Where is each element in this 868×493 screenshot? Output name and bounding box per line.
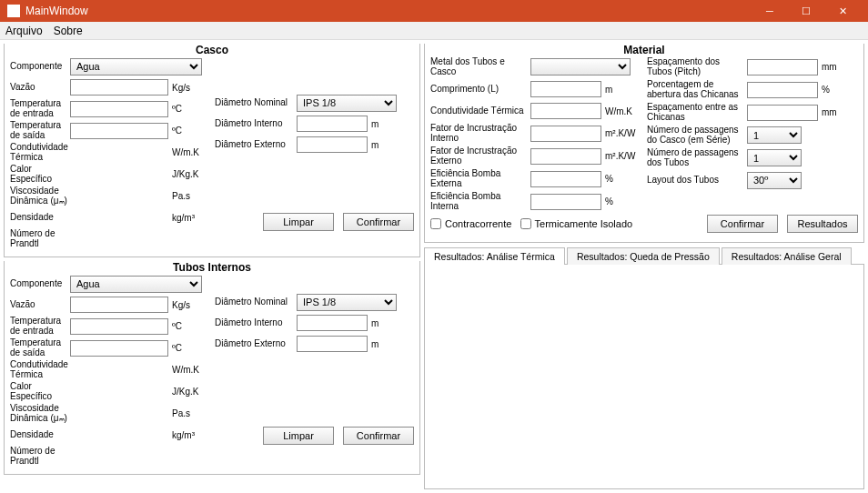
casco-limpar-button[interactable]: Limpar	[263, 213, 334, 231]
casco-componente-select[interactable]: Agua	[70, 58, 202, 75]
mat-finc-int-label: Fator de Incrustração Interno	[430, 124, 530, 143]
mat-chic-label: Espaçamento entre as Chicanas	[647, 103, 747, 122]
tubos-confirmar-button[interactable]: Confirmar	[343, 427, 414, 445]
tubos-visc-output	[70, 406, 168, 422]
mat-finc-ext-label: Fator de Incrustração Externo	[430, 146, 530, 166]
mat-abert-input[interactable]	[747, 82, 818, 98]
mat-term-checkbox[interactable]: Termicamente Isolado	[520, 218, 633, 229]
minimize-button[interactable]: ─	[752, 0, 788, 22]
tubos-dens-unit: kg/m³	[172, 430, 208, 440]
casco-dint-input[interactable]	[297, 116, 368, 132]
mat-metal-label: Metal dos Tubos e Casco	[430, 57, 530, 76]
tubos-vazao-input[interactable]	[70, 297, 168, 313]
app-icon	[7, 5, 20, 17]
mat-efi-int-input[interactable]	[530, 194, 601, 210]
casco-dens-output	[70, 209, 168, 226]
close-button[interactable]: ✕	[824, 0, 861, 22]
casco-dext-label: Diâmetro Externo	[215, 140, 297, 150]
mat-mm2: mm	[822, 107, 858, 117]
casco-temp-out-label: Temperatura de saída	[10, 121, 70, 140]
casco-dint-unit: m	[371, 119, 408, 129]
mat-finc-unit2: m².K/W	[605, 151, 641, 161]
tubos-dint-input[interactable]	[297, 315, 368, 331]
casco-vazao-input[interactable]	[70, 79, 168, 96]
tubos-temp-out-input[interactable]	[70, 340, 168, 357]
mat-cond-input[interactable]	[530, 103, 601, 119]
mat-cond-label: Condutividade Térmica	[430, 106, 530, 116]
tubos-title: Tubos Internos	[5, 261, 419, 274]
mat-comp-label: Comprimento (L)	[430, 85, 530, 95]
mat-pass-casco-select[interactable]: 1	[747, 126, 802, 144]
tubos-dens-label: Densidade	[10, 430, 70, 440]
mat-finc-ext-input[interactable]	[530, 148, 601, 165]
tab-queda-pressao[interactable]: Resultados: Queda de Pressão	[567, 247, 720, 265]
casco-vazao-unit: Kg/s	[172, 83, 208, 93]
menu-sobre[interactable]: Sobre	[54, 25, 83, 37]
casco-temp-out-input[interactable]	[70, 123, 168, 139]
mat-pass-tubos-select[interactable]: 1	[747, 149, 802, 166]
tubos-dnom-select[interactable]: IPS 1/8	[297, 294, 397, 311]
mat-contra-checkbox[interactable]: Contracorrente	[430, 218, 511, 229]
tubos-cond-label: Condutividade Térmica	[10, 360, 70, 379]
mat-layout-select[interactable]: 30º	[747, 172, 802, 189]
casco-prandtl-label: Número de Prandtl	[10, 229, 70, 248]
mat-mm: mm	[822, 62, 858, 72]
tubos-cond-output	[70, 362, 168, 378]
casco-title: Casco	[5, 44, 419, 56]
tubos-dext-unit: m	[371, 339, 408, 349]
mat-efi-int-label: Eficiência Bomba Interna	[430, 192, 530, 211]
tubos-temp-in-input[interactable]	[70, 318, 168, 335]
tubos-temp-unit2: ºC	[172, 343, 208, 353]
mat-finc-unit: m².K/W	[605, 128, 641, 138]
mat-pitch-label: Espaçamento dos Tubos (Pitch)	[647, 57, 747, 76]
casco-cond-label: Condutividade Térmica	[10, 143, 70, 162]
mat-comp-input[interactable]	[530, 81, 601, 97]
mat-chic-input[interactable]	[747, 105, 818, 121]
mat-metal-select[interactable]	[530, 58, 631, 75]
mat-confirmar-button[interactable]: Confirmar	[707, 215, 778, 233]
casco-visc-unit: Pa.s	[172, 191, 208, 201]
menubar: Arquivo Sobre	[0, 22, 868, 40]
tubos-limpar-button[interactable]: Limpar	[263, 427, 334, 445]
group-tubos: Tubos Internos ComponenteAgua VazãoKg/s …	[4, 261, 420, 475]
tab-analise-termica[interactable]: Resultados: Análise Térmica	[424, 247, 565, 265]
mat-resultados-button[interactable]: Resultados	[787, 215, 858, 233]
tubos-dint-label: Diâmetro Interno	[215, 318, 297, 328]
casco-dext-input[interactable]	[297, 136, 368, 153]
casco-confirmar-button[interactable]: Confirmar	[343, 213, 414, 231]
group-material: Material Metal dos Tubos e Casco Comprim…	[424, 44, 864, 243]
casco-calor-output	[70, 166, 168, 183]
tubos-calor-label: Calor Específico	[10, 382, 70, 401]
menu-arquivo[interactable]: Arquivo	[5, 25, 43, 37]
tubos-componente-label: Componente	[10, 279, 70, 289]
tab-analise-geral[interactable]: Resultados: Análise Geral	[722, 247, 852, 265]
casco-temp-in-label: Temperatura de entrada	[10, 99, 70, 118]
tubos-prandtl-label: Número de Prandtl	[10, 447, 70, 466]
tubos-temp-in-label: Temperatura de entrada	[10, 317, 70, 336]
casco-calor-unit: J/Kg.K	[172, 169, 208, 179]
tubos-dens-output	[70, 427, 168, 443]
mat-efi-ext-input[interactable]	[530, 171, 601, 187]
casco-temp-unit: ºC	[172, 104, 208, 114]
casco-temp-unit2: ºC	[172, 126, 208, 136]
mat-pitch-input[interactable]	[747, 59, 818, 75]
tubos-componente-select[interactable]: Agua	[70, 276, 202, 293]
casco-temp-in-input[interactable]	[70, 101, 168, 117]
mat-pass-tubos-label: Número de passagens dos Tubos	[647, 148, 747, 167]
tubos-calor-unit: J/Kg.K	[172, 387, 208, 397]
mat-pass-casco-label: Número de passagens do Casco (em Série)	[647, 126, 747, 145]
tubos-visc-unit: Pa.s	[172, 408, 208, 418]
tubos-calor-output	[70, 384, 168, 400]
mat-finc-int-input[interactable]	[530, 126, 601, 142]
tubos-dnom-label: Diâmetro Nominal	[215, 297, 297, 307]
casco-dnom-select[interactable]: IPS 1/8	[297, 95, 397, 112]
mat-cond-unit: W/m.K	[605, 106, 641, 116]
tubos-temp-unit: ºC	[172, 321, 208, 331]
maximize-button[interactable]: ☐	[788, 0, 824, 22]
casco-componente-label: Componente	[10, 62, 70, 72]
results-tabbar: Resultados: Análise Térmica Resultados: …	[424, 246, 864, 265]
tubos-dext-input[interactable]	[297, 336, 368, 352]
tubos-visc-label: Viscosidade Dinâmica (μₘ)	[10, 404, 70, 423]
results-content	[424, 265, 864, 489]
tubos-cond-unit: W/m.K	[172, 365, 208, 375]
